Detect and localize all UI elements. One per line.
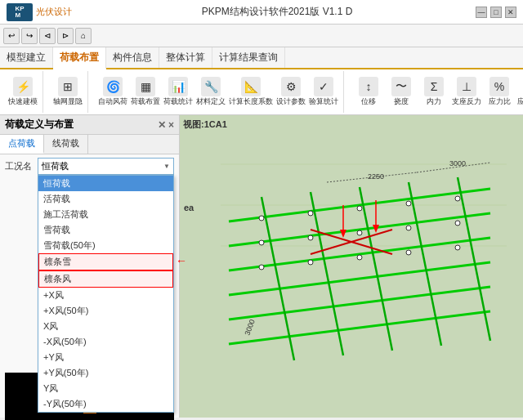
- panel-title: 荷载定义与布置: [5, 118, 74, 132]
- ribbon-group-grid: ⊞ 轴网显隐: [48, 71, 88, 113]
- material-define-button[interactable]: 🔧 材料定义: [196, 77, 226, 107]
- tab-results[interactable]: 计算结果查询: [212, 47, 285, 68]
- svg-point-33: [308, 260, 313, 265]
- panel-close-button[interactable]: ✕ ×: [158, 119, 174, 131]
- dropdown-item-plusyfeng50[interactable]: +Y风(50年): [38, 365, 173, 381]
- svg-point-31: [455, 221, 460, 226]
- dropdown-item-huohe[interactable]: 活荷载: [38, 191, 173, 207]
- support-icon: ⊥: [457, 77, 476, 96]
- internal-force-button[interactable]: Σ 内力: [419, 77, 449, 107]
- internal-force-icon: Σ: [424, 77, 444, 96]
- material-icon: 🔧: [201, 77, 221, 96]
- tab-load[interactable]: 荷载布置: [53, 47, 106, 69]
- view-label: 视图:1CA1: [183, 118, 227, 131]
- svg-point-35: [406, 250, 411, 255]
- dropdown-item-plusyfeng[interactable]: +Y风: [38, 350, 173, 365]
- right-panel-3d: 视图:1CA1 22: [180, 115, 523, 418]
- panel-tabs: 点荷载 线荷载: [0, 135, 179, 154]
- verify-stats-button[interactable]: ✓ 验算统计: [309, 77, 338, 107]
- home-icon[interactable]: ⌂: [75, 28, 92, 44]
- dropdown-item-xuehe[interactable]: 雪荷载: [38, 222, 173, 238]
- support-force-button[interactable]: ⊥ 支座反力: [452, 77, 481, 107]
- tab-point-load[interactable]: 点荷载: [0, 135, 44, 154]
- dropdown-item-linfeng[interactable]: 檩条风: [38, 270, 173, 288]
- prev-icon[interactable]: ⊲: [39, 28, 56, 44]
- quick-build-icon: ⚡: [13, 77, 33, 96]
- tab-model[interactable]: 模型建立: [0, 47, 53, 68]
- condition-select-box[interactable]: 恒荷载 ▼: [38, 158, 174, 175]
- work-condition-section: 工况名 恒荷载 ▼ 恒荷载 活荷载 施工活荷载 雪荷载 雪荷载(50年): [0, 154, 179, 181]
- main-content: 荷载定义与布置 ✕ × 点荷载 线荷载 工况名 恒荷载 ▼ 恒荷载: [0, 115, 523, 418]
- structural-view[interactable]: 2250 3000 3000: [180, 115, 523, 418]
- panel-header: 荷载定义与布置 ✕ ×: [0, 115, 179, 135]
- work-condition-row: 工况名 恒荷载 ▼ 恒荷载 活荷载 施工活荷载 雪荷载 雪荷载(50年): [5, 158, 174, 175]
- condition-select[interactable]: 恒荷载 ▼ 恒荷载 活荷载 施工活荷载 雪荷载 雪荷载(50年) 檩条雪 ←: [38, 158, 174, 175]
- window-controls[interactable]: — □ ✕: [476, 7, 516, 18]
- displacement-button[interactable]: ↕ 位移: [354, 77, 383, 107]
- load-layout-button[interactable]: ▦ 荷载布置: [131, 77, 160, 107]
- ribbon-group-load: 🌀 自动风荷 ▦ 荷载布置 📊 荷载统计 🔧 材料定义 📐 计算长度系数 ⚙: [93, 71, 344, 113]
- ribbon-group-results: ↕ 位移 〜 挠度 Σ 内力 ⊥ 支座反力 % 应力比 λ 应力/长细比: [349, 71, 523, 113]
- tab-line-load[interactable]: 线荷载: [44, 135, 88, 154]
- svg-point-28: [308, 235, 313, 240]
- dropdown-item-shigong[interactable]: 施工活荷载: [38, 207, 173, 222]
- arrow-indicator: ←: [176, 254, 187, 267]
- calc-length-button[interactable]: 📐 计算长度系数: [229, 77, 273, 107]
- svg-point-26: [455, 196, 460, 201]
- svg-point-24: [357, 206, 362, 211]
- tab-member[interactable]: 构件信息: [106, 47, 159, 68]
- dropdown-item-linxue[interactable]: 檩条雪 ←: [38, 253, 173, 270]
- load-layout-icon: ▦: [136, 77, 155, 96]
- svg-text:2250: 2250: [368, 172, 384, 181]
- next-icon[interactable]: ⊳: [57, 28, 74, 44]
- minimize-button[interactable]: —: [476, 7, 487, 18]
- load-stats-icon: 📊: [168, 77, 188, 96]
- dropdown-item-xfeng[interactable]: X风: [38, 319, 173, 334]
- svg-point-23: [308, 211, 313, 216]
- deflection-icon: 〜: [391, 77, 411, 96]
- close-button[interactable]: ✕: [505, 7, 516, 18]
- quick-build-button[interactable]: ⚡ 快速建模: [8, 77, 38, 107]
- stress-ratio-icon: %: [489, 77, 509, 96]
- ribbon-group-model: ⚡ 快速建模: [3, 71, 43, 113]
- app-title: PKPM结构设计软件2021版 V1.1 D: [78, 5, 476, 19]
- dropdown-item-minusyfeng50[interactable]: -Y风(50年): [38, 396, 173, 412]
- svg-point-29: [357, 230, 362, 235]
- undo-icon[interactable]: ↩: [3, 28, 20, 44]
- svg-point-22: [259, 216, 264, 221]
- app-logo: KPM: [7, 3, 33, 21]
- svg-point-36: [455, 245, 460, 250]
- module-name: 光伏设计: [36, 6, 72, 18]
- ribbon-tabs: 模型建立 荷载布置 构件信息 整体计算 计算结果查询: [0, 47, 523, 69]
- svg-point-30: [406, 226, 411, 230]
- svg-point-27: [259, 240, 264, 245]
- svg-point-25: [406, 201, 411, 206]
- slenderness-button[interactable]: λ 应力/长细比: [517, 77, 523, 107]
- grid-toggle-button[interactable]: ⊞ 轴网显隐: [53, 77, 83, 107]
- svg-text:ea: ea: [184, 203, 194, 212]
- svg-text:3000: 3000: [449, 159, 466, 168]
- stress-ratio-button[interactable]: % 应力比: [485, 77, 514, 107]
- selected-condition: 恒荷载: [42, 160, 69, 172]
- load-stats-button[interactable]: 📊 荷载统计: [163, 77, 193, 107]
- dropdown-item-henghe[interactable]: 恒荷载: [38, 176, 173, 191]
- auto-wind-button[interactable]: 🌀 自动风荷: [98, 77, 127, 107]
- condition-dropdown[interactable]: 恒荷载 活荷载 施工活荷载 雪荷载 雪荷载(50年) 檩条雪 ← 檩条风 +X风…: [38, 175, 174, 413]
- maximize-button[interactable]: □: [490, 7, 502, 18]
- redo-icon[interactable]: ↪: [21, 28, 38, 44]
- dropdown-item-yfeng[interactable]: Y风: [38, 381, 173, 396]
- svg-point-34: [357, 255, 362, 260]
- design-params-button[interactable]: ⚙ 设计参数: [276, 77, 306, 107]
- svg-rect-0: [180, 123, 523, 409]
- tab-overall[interactable]: 整体计算: [159, 47, 212, 68]
- dropdown-item-plusxfeng[interactable]: +X风: [38, 288, 173, 303]
- dropdown-item-xuehe50[interactable]: 雪荷载(50年): [38, 238, 173, 253]
- dropdown-item-minusxfeng50[interactable]: -X风(50年): [38, 334, 173, 350]
- left-panel: 荷载定义与布置 ✕ × 点荷载 线荷载 工况名 恒荷载 ▼ 恒荷载: [0, 115, 180, 418]
- dropdown-item-plusxfeng50[interactable]: +X风(50年): [38, 303, 173, 319]
- svg-point-32: [259, 265, 264, 270]
- ribbon-content: ⚡ 快速建模 ⊞ 轴网显隐 🌀 自动风荷 ▦ 荷载布置 📊 荷载统计 🔧: [0, 69, 523, 115]
- displacement-icon: ↕: [359, 77, 378, 96]
- grid-icon: ⊞: [58, 77, 78, 96]
- deflection-button[interactable]: 〜 挠度: [387, 77, 416, 107]
